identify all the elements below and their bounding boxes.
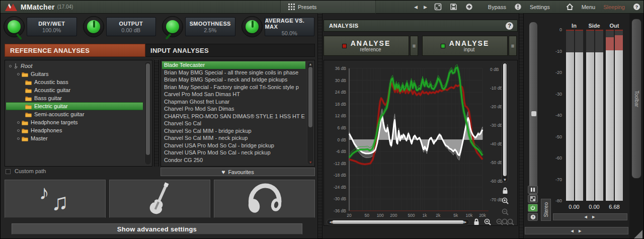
meter-pause-button[interactable] — [528, 186, 538, 194]
output-readout[interactable]: OUTPUT 0.00 dB — [106, 17, 156, 36]
meter-help-button[interactable]: ? — [528, 213, 538, 221]
section-divider-left[interactable] — [317, 14, 323, 239]
list-item[interactable]: Charvel So Cal — [162, 120, 305, 127]
list-item[interactable]: Chapman Ghost fret Lunar — [162, 98, 305, 106]
list-item[interactable]: Charvel So Cal MIM - bridge pickup — [162, 127, 305, 135]
dry-wet-knob[interactable] — [4, 16, 25, 37]
bottom-scrollbar[interactable]: ◄ ► — [525, 227, 628, 234]
h-zoom-in-icon[interactable] — [484, 218, 492, 226]
list-scrollbar[interactable]: ▲ ▼ — [307, 61, 314, 165]
svg-text:-30 dB: -30 dB — [334, 196, 346, 201]
list-item[interactable]: Carvel Pro Mod San Dimas HT — [162, 91, 305, 98]
v-zoom-lock-icon[interactable] — [501, 187, 509, 195]
meter-power-button[interactable] — [528, 204, 538, 212]
list-item[interactable]: Charvel So Cal MIM - neck pickup — [162, 134, 305, 142]
tree-item-headphone-targets[interactable]: Headphone targets — [6, 118, 143, 126]
average-vs-max-knob[interactable] — [242, 16, 263, 37]
meter-bar-in-l[interactable] — [566, 30, 574, 201]
expander-icon[interactable] — [17, 129, 20, 132]
settings-button[interactable]: Settings — [526, 3, 554, 12]
tree-item-master[interactable]: Master — [6, 134, 143, 142]
scroll-down-icon[interactable]: ▼ — [502, 178, 508, 182]
next-preset-button[interactable]: ▶ — [421, 3, 430, 11]
presets-button[interactable]: Presets — [280, 1, 376, 14]
previous-preset-button[interactable]: ◀ — [411, 3, 421, 11]
list-item[interactable]: Charvel USA Pro Mod So Cal - neck pickup — [162, 149, 305, 156]
list-item[interactable]: Brian May BMG Special - neck and bridge … — [162, 76, 305, 84]
graph-h-scrollbar[interactable]: ◄ ► — [327, 219, 469, 225]
toolbar-handle[interactable]: Toolbar — [631, 19, 641, 179]
tree-item-acoustic-guitar[interactable]: Acoustic guitar — [6, 86, 143, 94]
scroll-down-arrow[interactable]: ▼ — [307, 161, 313, 164]
sleeping-indicator[interactable]: Sleeping — [599, 3, 629, 12]
add-preset-button[interactable] — [461, 2, 477, 12]
meter-scrollbar[interactable]: ◄ ► — [553, 213, 627, 220]
h-zoom-lock-icon[interactable] — [472, 218, 480, 226]
list-item[interactable]: CHARVEL PRO-MOD SAN DIMAS® STYLE 1 HSS H… — [162, 113, 305, 120]
tree-item-headphones[interactable]: Headphones — [6, 126, 143, 134]
smoothness-readout[interactable]: SMOOTHNESS 2.5% — [185, 17, 235, 36]
meter-bar-side-l[interactable] — [586, 30, 594, 201]
v-zoom-out-icon[interactable] — [501, 208, 509, 216]
list-item[interactable]: Blade Telecaster — [162, 61, 305, 69]
tab-reference-analyses[interactable]: REFERENCE ANALYSES — [5, 44, 145, 57]
expander-icon[interactable] — [17, 73, 20, 75]
meter-bar-out-l[interactable] — [606, 30, 614, 201]
list-item[interactable]: Brian May BMG Special - all three single… — [162, 69, 305, 76]
slider-handle-icon[interactable] — [531, 111, 537, 117]
random-preset-button[interactable] — [430, 2, 446, 12]
menu-button[interactable]: Menu — [578, 3, 600, 12]
analyse-input-button[interactable]: ANALYSE input — [422, 36, 508, 56]
bypass-button[interactable]: Bypass — [484, 3, 510, 12]
scroll-right-icon[interactable]: ► — [463, 220, 467, 224]
panel-divider[interactable] — [154, 60, 159, 167]
meter-bar-in-r[interactable] — [575, 30, 583, 201]
meter-zoom-slider[interactable] — [529, 22, 538, 203]
expander-icon[interactable] — [9, 65, 12, 67]
average-vs-max-readout[interactable]: AVERAGE VS. MAX 50.0% — [265, 17, 315, 36]
expander-icon[interactable] — [17, 137, 20, 140]
save-preset-button[interactable] — [446, 2, 461, 12]
analyse-reference-menu-button[interactable]: ≡ — [410, 36, 418, 56]
analysis-help-icon[interactable]: ? — [506, 22, 513, 30]
graph-v-scrollbar[interactable]: ▼ — [502, 62, 508, 183]
window-resize-grip[interactable] — [633, 230, 642, 239]
list-item[interactable]: Brian May Special - Factory single coil … — [162, 84, 305, 91]
limiter-indicator-button[interactable] — [510, 2, 526, 12]
category-headphones-button[interactable] — [214, 180, 315, 218]
home-button[interactable] — [562, 2, 578, 12]
tree-item-acoustic-bass[interactable]: Acoustic bass — [6, 78, 143, 86]
scroll-left-icon[interactable]: ◄ — [329, 220, 333, 224]
tree-item-electric-guitar[interactable]: Electric guitar — [6, 102, 143, 110]
tree-item-semi-acoustic-guitar[interactable]: Semi-acoustic guitar — [6, 110, 143, 118]
category-guitar-button[interactable] — [109, 180, 210, 218]
section-divider-right[interactable] — [519, 14, 524, 239]
list-item[interactable]: Charvel Pro Mod San Dimas — [162, 105, 305, 113]
tree-item-root[interactable]: Root — [6, 62, 143, 70]
scroll-up-arrow[interactable]: ▲ — [307, 62, 313, 66]
category-music-button[interactable]: ♪ ♫ — [5, 180, 106, 218]
show-advanced-settings-button[interactable]: Show advanced settings — [12, 223, 302, 234]
tab-input-analyses[interactable]: INPUT ANALYSES — [145, 44, 315, 57]
stereo-mode-button[interactable]: Stereo — [541, 199, 551, 221]
tree-item-guitars[interactable]: Guitars — [6, 70, 143, 78]
custom-path-checkbox[interactable] — [6, 169, 11, 174]
smoothness-knob[interactable] — [162, 16, 183, 37]
favourites-button[interactable]: ♥ Favourites — [160, 168, 315, 176]
help-button[interactable]: ? — [629, 2, 644, 12]
meter-bar-side-r[interactable] — [595, 30, 603, 201]
v-zoom-default-icon[interactable] — [501, 218, 509, 226]
analyse-input-menu-button[interactable]: ≡ — [509, 36, 517, 56]
meter-bar-out-r[interactable] — [615, 30, 623, 201]
tree-item-bass-guitar[interactable]: Bass guitar — [6, 94, 143, 102]
output-knob[interactable] — [83, 16, 104, 37]
meter-layout-button[interactable] — [528, 195, 538, 203]
tree-scrollbar[interactable] — [144, 61, 151, 165]
list-item[interactable]: Charvel USA Pro Mod So Cal - bridge pick… — [162, 142, 305, 149]
spectrum-graph[interactable]: 36 dB30 dB24 dB18 dB12 dB6 dB0 dB-6 dB-1… — [324, 60, 518, 226]
analyse-reference-button[interactable]: ANALYSE reference — [324, 36, 409, 56]
dry-wet-readout[interactable]: DRY/WET 100.0% — [27, 17, 77, 36]
expander-icon[interactable] — [17, 121, 20, 124]
v-zoom-in-icon[interactable] — [501, 197, 509, 205]
list-item[interactable]: Condor CG 250 — [162, 156, 305, 164]
